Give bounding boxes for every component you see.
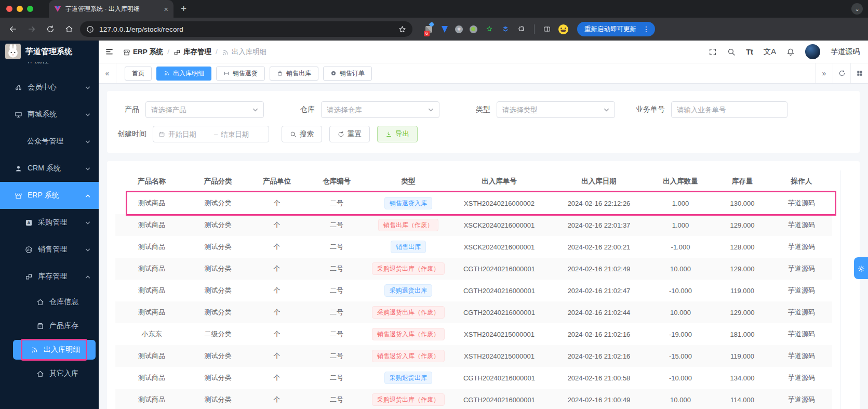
product-select-input[interactable] <box>151 106 252 114</box>
type-select[interactable] <box>497 101 615 118</box>
notification-bell-icon[interactable] <box>786 48 795 56</box>
sidebar-item-stock-record[interactable]: 出入库明细 <box>13 340 96 360</box>
fullscreen-icon[interactable] <box>709 48 717 56</box>
sidebar-item-other-in[interactable]: 其它入库 <box>0 362 99 386</box>
warehouse-select[interactable] <box>321 101 439 118</box>
table-row[interactable]: 测试商品 测试分类 个 二号 销售出库 XSCK20240216000001 <box>115 236 832 258</box>
sidebar-menu: 工作流程 会员中心 商城系统 公众号管理 <box>0 62 99 409</box>
create-time-range-picker[interactable]: – <box>153 126 269 142</box>
end-date-input[interactable] <box>221 130 263 138</box>
tabs-scroll-right-button[interactable]: » <box>815 63 833 83</box>
extension-icon[interactable]: ✻ <box>455 25 463 33</box>
site-info-icon[interactable] <box>86 25 94 33</box>
sidebar-item-purchase[interactable]: A 采购管理 <box>0 209 99 236</box>
table-row[interactable]: 测试商品 测试分类 个 二号 销售退货入库 XSTH20240216000002 <box>115 192 832 214</box>
extension-icon[interactable] <box>468 23 479 35</box>
member-icon <box>15 84 22 91</box>
sidebar-item-product-stock[interactable]: 产品库存 <box>0 314 99 338</box>
tabs-menu-grid-icon[interactable] <box>850 63 868 83</box>
side-panel-icon[interactable] <box>541 23 553 35</box>
cell-warehouse-no: 二号 <box>306 258 367 280</box>
sidebar-item-crm[interactable]: CRM 系统 <box>0 155 99 182</box>
cell-operator: 芋道源码 <box>772 280 831 301</box>
collapse-menu-icon[interactable] <box>105 47 114 56</box>
home-button[interactable] <box>61 21 77 37</box>
crm-icon <box>15 165 22 173</box>
page-tab-sale-order[interactable]: 销售订单 <box>323 67 372 81</box>
tab-search-button[interactable]: ⌄ <box>851 3 863 15</box>
minimize-window-button[interactable] <box>17 6 23 12</box>
back-button[interactable] <box>5 21 21 37</box>
cell-type: 销售退货入库 <box>367 192 449 214</box>
translate-button[interactable]: 文A <box>764 47 776 57</box>
user-avatar[interactable] <box>805 44 820 59</box>
sidebar-item-official-account[interactable]: 公众号管理 <box>0 128 99 155</box>
warehouse-select-input[interactable] <box>327 106 428 114</box>
tabs-scroll-left-button[interactable]: « <box>99 63 116 83</box>
cell-date: 2024-02-16 21:00:49 <box>549 389 649 409</box>
sidebar-item-sales[interactable]: 销售管理 <box>0 236 99 263</box>
reload-button[interactable] <box>43 21 58 37</box>
close-window-button[interactable] <box>6 6 12 12</box>
cell-warehouse-no: 二号 <box>306 280 367 301</box>
cell-product-category: 测试分类 <box>188 236 248 258</box>
extensions-menu-icon[interactable] <box>516 23 527 35</box>
table-row[interactable]: 测试商品 测试分类 个 二号 销售退货入库（作废） XSTH2024021500… <box>115 345 832 367</box>
table-row[interactable]: 测试商品 测试分类 个 二号 销售出库（作废） XSCK202402160000… <box>115 214 832 236</box>
sidebar-item-member[interactable]: 会员中心 <box>0 74 99 101</box>
table-row[interactable]: 小东东 二级分类 个 二号 销售退货入库（作废） XSTH20240215000… <box>115 323 832 345</box>
warehouse-icon <box>36 298 44 306</box>
browser-menu-icon[interactable]: ⋮ <box>640 25 652 33</box>
sidebar-item-workflow[interactable]: 工作流程 <box>0 62 99 74</box>
export-button[interactable]: 导出 <box>377 126 418 142</box>
product-select[interactable] <box>145 101 264 118</box>
profile-avatar-icon[interactable] <box>557 23 569 35</box>
zoom-window-button[interactable] <box>27 6 33 12</box>
app-logo-row[interactable]: 芋道管理系统 <box>0 41 99 62</box>
type-badge: 采购退货出库 <box>384 372 432 384</box>
biz-no-input[interactable] <box>677 106 782 114</box>
table-row[interactable]: 测试商品 测试分类 个 二号 采购退货出库 CGTH20240216000001 <box>115 280 832 301</box>
page-tab-sale-return[interactable]: 销售退货 <box>216 67 265 81</box>
restart-update-button[interactable]: 重新启动即可更新 ⋮ <box>577 22 655 36</box>
sidebar-item-stock[interactable]: 库存管理 <box>0 263 99 290</box>
theme-settings-button[interactable] <box>854 257 868 279</box>
table-row[interactable]: 测试商品 测试分类 个 二号 采购退货出库（作废） CGTH2024021600… <box>115 389 832 409</box>
sidebar-item-mall[interactable]: 商城系统 <box>0 101 99 128</box>
search-icon[interactable] <box>727 48 736 56</box>
breadcrumb-item-erp[interactable]: ERP 系统 <box>123 47 163 57</box>
new-tab-button[interactable]: + <box>181 3 186 15</box>
start-date-input[interactable] <box>168 130 211 138</box>
extension-icon[interactable] <box>500 23 511 35</box>
address-bar[interactable]: 127.0.0.1/erp/stock/record <box>80 21 412 37</box>
browser-tab[interactable]: 芋道管理系统 - 出入库明细 × <box>49 0 173 18</box>
cell-warehouse-no: 二号 <box>306 323 367 345</box>
cell-stock: 128.000 <box>712 236 772 258</box>
cell-stock: 129.000 <box>712 301 772 323</box>
sidebar-item-warehouse-info[interactable]: 仓库信息 <box>0 290 99 314</box>
table-row[interactable]: 测试商品 测试分类 个 二号 采购退货出库（作废） CGTH2024021600… <box>115 258 832 280</box>
close-tab-icon[interactable]: × <box>164 5 168 14</box>
page-tab-home[interactable]: 首页 <box>125 67 152 81</box>
table-row[interactable]: 测试商品 测试分类 个 二号 采购退货出库 CGTH20240216000001 <box>115 367 832 389</box>
sidebar: 芋道管理系统 工作流程 会员中心 商城系统 <box>0 41 99 409</box>
table-row[interactable]: 测试商品 测试分类 个 二号 采购退货出库（作废） CGTH2024021600… <box>115 301 832 323</box>
user-name[interactable]: 芋道源码 <box>831 47 860 57</box>
cell-product-unit: 个 <box>248 367 306 389</box>
extension-icon[interactable] <box>484 23 495 35</box>
breadcrumb-item-stock[interactable]: 库存管理 <box>173 47 211 57</box>
chevron-down-icon <box>428 107 434 113</box>
type-select-input[interactable] <box>502 106 604 114</box>
extension-icon[interactable] <box>439 23 450 35</box>
sidebar-item-erp[interactable]: ERP 系统 <box>0 182 99 209</box>
forward-button[interactable] <box>24 21 39 37</box>
extension-icon[interactable]: 6 <box>423 23 434 35</box>
reset-button[interactable]: 重置 <box>329 126 370 142</box>
refresh-tab-button[interactable] <box>833 63 850 83</box>
col-product-category: 产品分类 <box>188 170 248 192</box>
search-button[interactable]: 搜索 <box>282 126 322 142</box>
page-tab-stock-record[interactable]: 出入库明细 <box>156 67 211 81</box>
page-tab-sale-out[interactable]: 销售出库 <box>270 67 318 81</box>
font-size-button[interactable]: Tt <box>746 48 753 56</box>
bookmark-star-icon[interactable] <box>398 25 406 33</box>
